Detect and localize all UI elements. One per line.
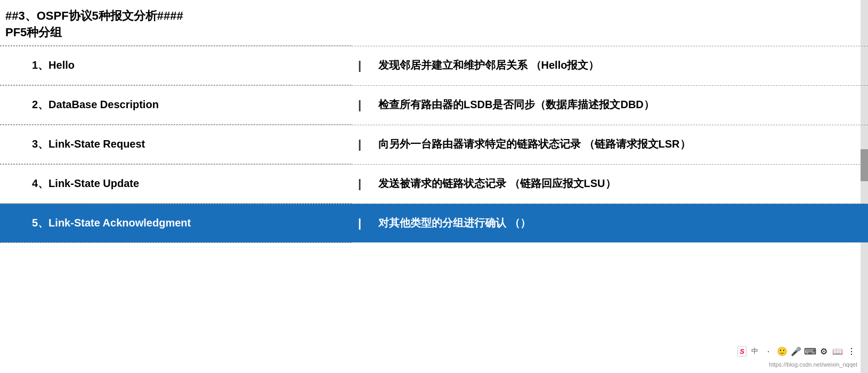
right-cell-text: 向另外一台路由器请求特定的链路状态记录 （链路请求报文LSR） bbox=[378, 137, 691, 151]
divider-col: | bbox=[352, 46, 368, 85]
left-cell: 2、DataBase Description bbox=[0, 86, 352, 124]
left-cell-text: 2、DataBase Description bbox=[32, 98, 159, 112]
divider-col: | bbox=[352, 86, 368, 124]
table-row: 3、Link-State Request | 向另外一台路由器请求特定的链路状态… bbox=[0, 125, 868, 164]
left-cell-text: 4、Link-State Update bbox=[32, 176, 139, 191]
mic-icon[interactable]: 🎤 bbox=[790, 345, 802, 357]
title-line1: ##3、OSPF协议5种报文分析#### bbox=[5, 8, 863, 25]
table-row: 4、Link-State Update | 发送被请求的链路状态记录 （链路回应… bbox=[0, 164, 868, 203]
table-row: 1、Hello | 发现邻居并建立和维护邻居关系 （Hello报文） bbox=[0, 46, 868, 85]
table-row: 2、DataBase Description | 检查所有路由器的LSDB是否同… bbox=[0, 85, 868, 124]
url-text: https://blog.csdn.net/weixin_nqqet bbox=[769, 361, 857, 368]
right-cell: 对其他类型的分组进行确认 （） bbox=[368, 204, 868, 242]
toolbar-area: S 中 · 🙂 🎤 ⌨ ⚙ 📖 ⋮ bbox=[737, 345, 857, 357]
left-cell: 3、Link-State Request bbox=[0, 125, 352, 164]
divider-col: | bbox=[352, 204, 368, 242]
right-cell-text: 对其他类型的分组进行确认 （） bbox=[378, 216, 531, 230]
title-line2: PF5种分组 bbox=[5, 25, 863, 41]
dot-icon[interactable]: · bbox=[762, 345, 774, 357]
page-wrapper: ##3、OSPF协议5种报文分析#### PF5种分组 1、Hello | 发现… bbox=[0, 0, 868, 373]
chinese-icon[interactable]: 中 bbox=[749, 345, 760, 357]
settings-icon[interactable]: ⚙ bbox=[818, 345, 830, 357]
sogou-icon[interactable]: S bbox=[737, 346, 747, 356]
right-cell-text: 发现邻居并建立和维护邻居关系 （Hello报文） bbox=[378, 58, 599, 72]
book-icon[interactable]: 📖 bbox=[832, 345, 843, 357]
table-row: 5、Link-State Acknowledgment | 对其他类型的分组进行… bbox=[0, 204, 868, 242]
header-section: ##3、OSPF协议5种报文分析#### PF5种分组 bbox=[0, 5, 868, 41]
left-cell-text: 1、Hello bbox=[32, 58, 75, 72]
right-cell: 检查所有路由器的LSDB是否同步（数据库描述报文DBD） bbox=[368, 86, 868, 124]
left-cell-text: 3、Link-State Request bbox=[32, 137, 145, 151]
divider-col: | bbox=[352, 165, 368, 203]
right-cell: 向另外一台路由器请求特定的链路状态记录 （链路请求报文LSR） bbox=[368, 125, 868, 164]
right-cell-text: 检查所有路由器的LSDB是否同步（数据库描述报文DBD） bbox=[378, 98, 654, 112]
table-section: 1、Hello | 发现邻居并建立和维护邻居关系 （Hello报文） 2、Dat… bbox=[0, 45, 868, 243]
more-icon[interactable]: ⋮ bbox=[846, 345, 857, 357]
right-cell: 发现邻居并建立和维护邻居关系 （Hello报文） bbox=[368, 46, 868, 85]
left-cell: 5、Link-State Acknowledgment bbox=[0, 204, 352, 242]
right-cell-text: 发送被请求的链路状态记录 （链路回应报文LSU） bbox=[378, 176, 616, 191]
divider-col: | bbox=[352, 125, 368, 164]
right-cell: 发送被请求的链路状态记录 （链路回应报文LSU） bbox=[368, 165, 868, 203]
row-divider bbox=[0, 242, 352, 243]
left-cell: 1、Hello bbox=[0, 46, 352, 85]
left-cell-text: 5、Link-State Acknowledgment bbox=[32, 216, 191, 230]
smiley-icon[interactable]: 🙂 bbox=[776, 345, 788, 357]
left-cell: 4、Link-State Update bbox=[0, 165, 352, 203]
keyboard-icon[interactable]: ⌨ bbox=[804, 345, 816, 357]
